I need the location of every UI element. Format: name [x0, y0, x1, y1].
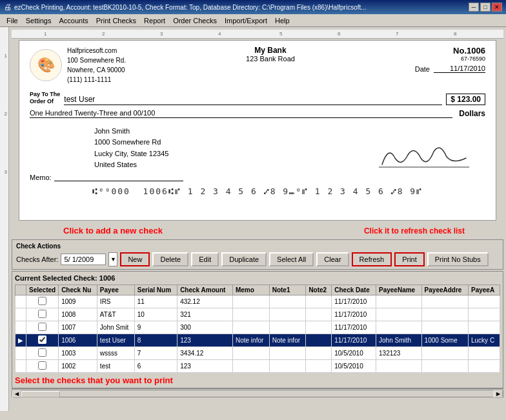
row-cell-payee: test User — [97, 334, 134, 347]
row-cell-payee_a — [469, 295, 500, 308]
select-all-button[interactable]: Select All — [269, 252, 314, 266]
row-cell-memo — [232, 308, 269, 321]
table-row[interactable]: 1003wssss73434.1210/5/2010132123 — [15, 347, 500, 360]
table-row[interactable]: 1008AT&T1032111/17/2010 — [15, 308, 500, 321]
row-cell-payee_a — [469, 347, 500, 360]
row-checkbox[interactable] — [38, 335, 46, 344]
dollars-label: Dollars — [459, 109, 485, 118]
print-no-stubs-button[interactable]: Print No Stubs — [427, 252, 489, 266]
row-checkbox-cell[interactable] — [26, 347, 59, 360]
delete-button[interactable]: Delete — [152, 252, 188, 266]
col-date: Check Date — [332, 285, 376, 295]
memo-line — [54, 181, 183, 181]
row-checkbox[interactable] — [38, 348, 46, 357]
row-checkbox-cell[interactable] — [26, 360, 59, 373]
ruler-4: 4 — [218, 31, 221, 37]
print-button[interactable]: Print — [394, 252, 425, 266]
date-label: Date — [415, 65, 430, 73]
refresh-button[interactable]: Refresh — [352, 252, 392, 266]
col-payeea: PayeeA — [469, 285, 500, 295]
row-arrow — [15, 347, 26, 360]
top-ruler: 1 2 3 4 5 6 7 8 — [12, 30, 503, 39]
minimize-button[interactable]: ─ — [469, 3, 479, 12]
ruler-7: 7 — [396, 31, 398, 37]
hints-row: Click to add a new check Click it to ref… — [12, 223, 503, 238]
menu-import-export[interactable]: Import/Export — [221, 16, 271, 25]
menu-report[interactable]: Report — [140, 16, 169, 25]
content-area[interactable]: 1 2 3 4 5 6 7 8 🎨 Halfpricesoft.com 100 … — [9, 27, 506, 411]
menu-order-checks[interactable]: Order Checks — [169, 16, 221, 25]
row-cell-date: 11/17/2010 — [332, 308, 376, 321]
table-row[interactable]: 1002test612310/5/2010 — [15, 360, 500, 373]
menu-accounts[interactable]: Accounts — [55, 16, 92, 25]
row-cell-amount: 3434.12 — [177, 347, 233, 360]
check-table: Selected Check Nu Payee Serial Num Check… — [15, 285, 500, 373]
row-cell-date: 10/5/2010 — [332, 360, 376, 373]
app-icon: 🖨 — [4, 3, 12, 12]
col-serial: Serial Num — [134, 285, 177, 295]
duplicate-button[interactable]: Duplicate — [221, 252, 267, 266]
row-cell-check_num: 1006 — [59, 334, 97, 347]
clear-button[interactable]: Clear — [316, 252, 349, 266]
row-cell-note2 — [306, 347, 332, 360]
close-button[interactable]: ✕ — [492, 3, 502, 12]
row-checkbox-cell[interactable] — [26, 308, 59, 321]
row-cell-check_num: 1003 — [59, 347, 97, 360]
checks-after-input[interactable] — [61, 254, 106, 265]
check-table-header-row: Selected Check Nu Payee Serial Num Check… — [15, 285, 500, 295]
col-checknum: Check Nu — [59, 285, 97, 295]
row-cell-note2 — [306, 321, 332, 334]
row-checkbox[interactable] — [38, 361, 46, 370]
addr-name: John Smith — [94, 126, 168, 137]
ruler-2: 2 — [102, 31, 105, 37]
row-cell-payee_addr — [421, 347, 468, 360]
row-cell-memo — [232, 347, 269, 360]
check-no-value: 1006 — [467, 46, 485, 55]
row-cell-payee_a — [469, 360, 500, 373]
table-row[interactable]: 1009IRS11432.1211/17/2010 — [15, 295, 500, 308]
horizontal-scrollbar[interactable]: ◀ ▶ — [12, 388, 503, 397]
maximize-button[interactable]: □ — [480, 3, 491, 12]
table-row[interactable]: ▶1006test User8123Note inforNote infor11… — [15, 334, 500, 347]
row-cell-payee_name — [376, 308, 422, 321]
row-cell-payee_name: 132123 — [376, 347, 422, 360]
check-actions: Check Actions Checks After: ▼ New Delete… — [12, 239, 503, 270]
memo-row: Memo: — [30, 174, 485, 181]
row-cell-date: 11/17/2010 — [332, 334, 376, 347]
row-checkbox[interactable] — [38, 310, 46, 318]
scroll-left-button[interactable]: ◀ — [12, 390, 21, 398]
title-bar: 🖨 ezCheck Printing, Account: testBK2010-… — [0, 0, 506, 14]
row-cell-check_num: 1009 — [59, 295, 97, 308]
row-cell-note1 — [269, 347, 306, 360]
row-cell-payee: wssss — [97, 347, 134, 360]
title-bar-text: ezCheck Printing, Account: testBK2010-10… — [14, 4, 367, 11]
row-cell-note2 — [306, 308, 332, 321]
check-date: 11/17/2010 — [434, 65, 485, 73]
row-cell-payee_addr — [421, 295, 468, 308]
menu-print-checks[interactable]: Print Checks — [92, 16, 140, 25]
micr-line: ⑆⁰⁰000 1006⑆⑈ 1 2 3 4 5 6 ⑇8 9⑉⁰⑈ 1 2 3 … — [30, 186, 485, 196]
bank-address: 123 Bank Road — [246, 55, 295, 63]
menu-file[interactable]: File — [3, 16, 22, 25]
table-row[interactable]: 1007John Smit930011/17/2010 — [15, 321, 500, 334]
left-ruler: 1 2 3 — [0, 27, 9, 411]
row-checkbox[interactable] — [38, 297, 46, 305]
row-checkbox-cell[interactable] — [26, 321, 59, 334]
menu-settings[interactable]: Settings — [22, 16, 56, 25]
col-payee: Payee — [97, 285, 134, 295]
ruler-6: 6 — [338, 31, 340, 37]
scroll-right-button[interactable]: ▶ — [494, 390, 503, 398]
row-checkbox[interactable] — [38, 323, 46, 331]
check-table-wrapper[interactable]: Selected Check Nu Payee Serial Num Check… — [15, 285, 500, 373]
date-dropdown-button[interactable]: ▼ — [108, 252, 117, 266]
edit-button[interactable]: Edit — [191, 252, 219, 266]
row-cell-amount: 123 — [177, 360, 233, 373]
new-button[interactable]: New — [120, 252, 150, 266]
row-cell-amount: 123 — [177, 334, 233, 347]
scroll-thumb[interactable] — [21, 391, 60, 397]
menu-help[interactable]: Help — [271, 16, 294, 25]
col-memo: Memo — [232, 285, 269, 295]
row-checkbox-cell[interactable] — [26, 334, 59, 347]
amount-words-row: One Hundred Twenty-Three and 00/100 Doll… — [30, 109, 485, 118]
row-checkbox-cell[interactable] — [26, 295, 59, 308]
